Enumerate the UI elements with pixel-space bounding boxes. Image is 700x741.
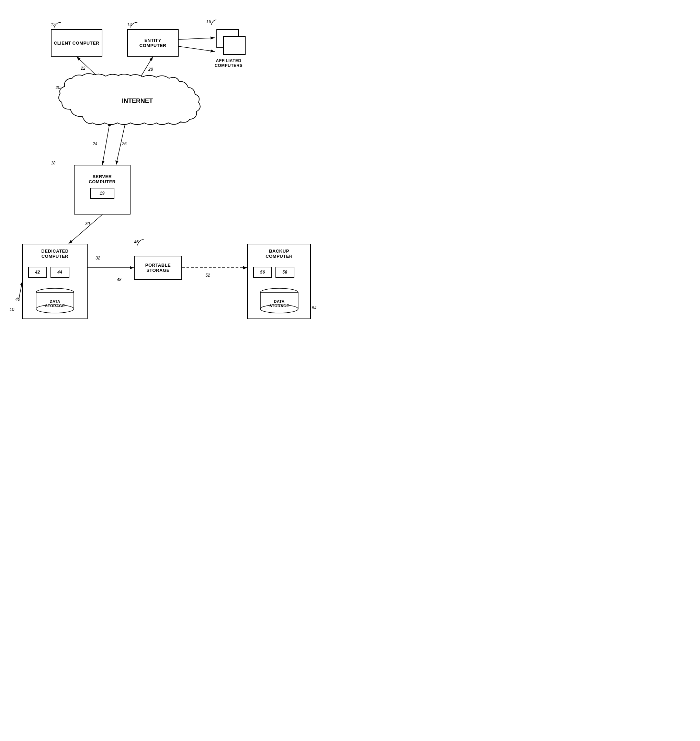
svg-text:INTERNET: INTERNET [122,97,153,104]
server-inner-box: 19 [90,188,115,199]
affiliated-computers-label: AFFILIATEDCOMPUTERS [215,58,243,68]
server-computer-box: SERVERCOMPUTER 19 [74,165,131,214]
ref-18: 18 [51,161,55,166]
backup-computer-label: BACKUPCOMPUTER [248,248,310,259]
svg-line-13 [19,282,22,299]
svg-text:STORAGE: STORAGE [45,304,65,308]
dedicated-module-44: 44 [50,267,69,278]
ref-16-curve [206,17,220,28]
ref-54: 54 [312,305,316,310]
entity-computer-label: ENTITYCOMPUTER [140,38,166,48]
backup-module-58: 58 [275,267,294,278]
server-inner-label: 19 [100,191,104,196]
dedicated-computer-box: DEDICATEDCOMPUTER 42 44 DATA STORAGE [22,244,88,319]
ref-46-curve [134,238,148,248]
ref-28: 28 [149,67,153,72]
ref-10: 10 [10,307,14,312]
svg-text:DATA: DATA [50,299,60,304]
backup-storage-svg: DATA STORAGE [259,288,300,314]
module-44-label: 44 [57,270,62,274]
ref-26: 26 [122,141,126,146]
ref-40: 40 [15,297,20,302]
dedicated-storage: DATA STORAGE [30,288,80,315]
client-computer-label: CLIENT COMPUTER [54,41,99,45]
dedicated-storage-svg: DATA STORAGE [34,288,76,314]
ref-52: 52 [205,273,210,278]
module-42-label: 42 [35,270,40,274]
dedicated-computer-label: DEDICATEDCOMPUTER [23,248,87,259]
backup-computer-box: BACKUPCOMPUTER 56 58 DATA STORAGE [247,244,311,319]
diagram: 12 CLIENT COMPUTER 14 ENTITYCOMPUTER 16 … [0,0,350,371]
ref-48: 48 [117,277,121,282]
client-computer-box: CLIENT COMPUTER [51,29,102,57]
ref-32: 32 [96,256,100,261]
ref-30: 30 [85,222,90,226]
ref-22: 22 [81,66,85,71]
backup-module-56: 56 [253,267,272,278]
affiliated-box-2 [223,36,246,55]
module-56-label: 56 [260,270,265,274]
internet-cloud: INTERNET [55,72,220,128]
svg-text:STORAGE: STORAGE [269,304,289,308]
svg-line-11 [179,38,215,40]
portable-storage-label: PORTABLESTORAGE [145,263,171,273]
svg-text:DATA: DATA [274,299,284,304]
dedicated-module-42: 42 [28,267,47,278]
portable-storage-box: PORTABLESTORAGE [134,256,182,280]
entity-computer-box: ENTITYCOMPUTER [127,29,179,57]
cloud-svg: INTERNET [55,72,220,127]
svg-line-12 [179,46,215,51]
server-computer-label: SERVERCOMPUTER [88,174,115,184]
svg-line-8 [69,214,102,244]
backup-storage: DATA STORAGE [255,288,303,315]
module-58-label: 58 [282,270,287,274]
ref-24: 24 [93,141,97,146]
ref-20: 20 [56,85,60,90]
